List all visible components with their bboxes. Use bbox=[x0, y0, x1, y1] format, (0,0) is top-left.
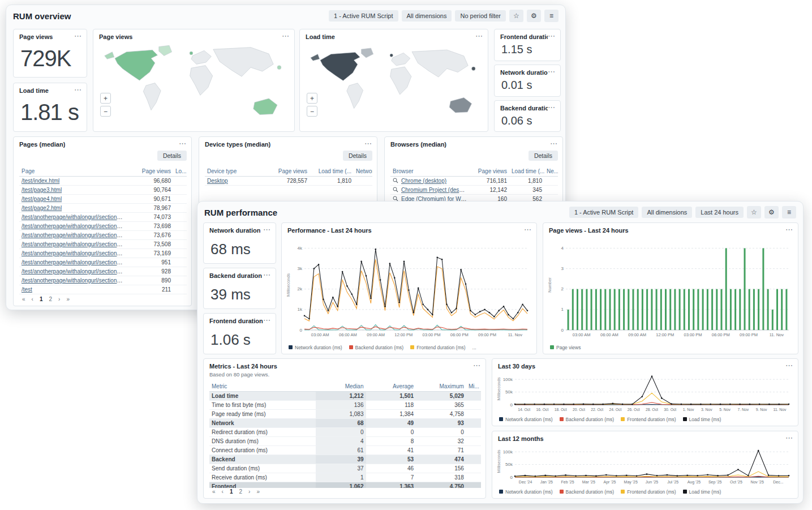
cell-link[interactable]: Desktop bbox=[207, 178, 228, 184]
ellipsis-menu-icon[interactable]: ⋯ bbox=[550, 141, 557, 147]
page-prev[interactable]: ‹ bbox=[219, 487, 226, 496]
page-views-bar-chart[interactable]: 0123403:00 AM06:00 AM09:00 AM12:00 PM03:… bbox=[545, 237, 794, 338]
legend-item[interactable]: Backend duration (ms) bbox=[560, 489, 615, 495]
legend-item[interactable]: Frontend duration (ms) bbox=[621, 417, 676, 422]
cell-link[interactable]: /test/anotherpage/withalongurl/section18… bbox=[22, 268, 128, 275]
map-region-uk[interactable] bbox=[190, 52, 193, 55]
page-first[interactable]: « bbox=[209, 487, 218, 496]
page-next[interactable]: › bbox=[55, 295, 63, 303]
cell-link[interactable]: /test/anotherpage/withalongurl/section18… bbox=[22, 232, 128, 238]
column-header[interactable]: Median bbox=[316, 382, 366, 392]
map-region-sa[interactable] bbox=[143, 83, 161, 110]
ellipsis-menu-icon[interactable]: ⋯ bbox=[548, 33, 555, 39]
column-header[interactable]: Maximum bbox=[416, 382, 466, 392]
column-header[interactable]: Page views bbox=[261, 166, 310, 177]
legend-item[interactable]: Network duration (ms) bbox=[499, 489, 553, 495]
star-icon[interactable]: ☆ bbox=[509, 10, 523, 22]
map-region-europe[interactable] bbox=[392, 53, 410, 65]
cell-link[interactable]: /test/index.html bbox=[22, 178, 59, 184]
hamburger-menu-icon[interactable]: ≡ bbox=[544, 10, 558, 22]
details-button[interactable]: Details bbox=[343, 151, 372, 161]
legend-item[interactable]: Load time (ms) bbox=[683, 489, 721, 495]
cell-link[interactable]: /test/page4.html bbox=[22, 196, 62, 202]
cell-link[interactable]: /test/anotherpage/withalongurl/section18… bbox=[22, 277, 128, 284]
ellipsis-menu-icon[interactable]: ⋯ bbox=[785, 227, 793, 233]
legend-more[interactable]: ... bbox=[472, 345, 476, 350]
map-region-alaska[interactable] bbox=[105, 52, 114, 59]
column-header[interactable]: Device type bbox=[205, 166, 261, 177]
filter-rum-script-button[interactable]: 1 - Active RUM Script bbox=[329, 10, 398, 22]
zoom-in-button[interactable]: + bbox=[100, 93, 111, 104]
ellipsis-menu-icon[interactable]: ⋯ bbox=[548, 69, 555, 75]
page-first[interactable]: « bbox=[19, 295, 28, 303]
world-map[interactable] bbox=[97, 42, 291, 128]
map-region-australia[interactable] bbox=[254, 98, 277, 115]
page-next[interactable]: › bbox=[246, 487, 253, 496]
page-last[interactable]: » bbox=[254, 487, 263, 496]
cell-link[interactable]: /test bbox=[22, 286, 32, 293]
column-header[interactable]: Average bbox=[366, 382, 416, 392]
performance-line-chart[interactable]: 01k2k3k4k03:00 AM06:00 AM09:00 AM12:00 P… bbox=[284, 237, 533, 338]
map-region-japan[interactable] bbox=[472, 67, 475, 70]
legend-item[interactable]: Page views bbox=[550, 345, 581, 350]
hamburger-menu-icon[interactable]: ≡ bbox=[782, 206, 796, 218]
zoom-in-button[interactable]: + bbox=[307, 93, 317, 104]
map-region-greenland[interactable] bbox=[361, 48, 373, 58]
last-30-days-line-chart[interactable]: 050k100k14. Oct16. Oct18. Oct20. Oct22. … bbox=[495, 370, 794, 413]
gear-icon[interactable]: ⚙ bbox=[527, 10, 541, 22]
legend-item[interactable]: Network duration (ms) bbox=[289, 345, 342, 350]
ellipsis-menu-icon[interactable]: ⋯ bbox=[473, 363, 480, 368]
ellipsis-menu-icon[interactable]: ⋯ bbox=[263, 227, 270, 233]
zoom-out-button[interactable]: − bbox=[307, 106, 317, 117]
ellipsis-menu-icon[interactable]: ⋯ bbox=[282, 33, 289, 39]
page-number[interactable]: 2 bbox=[236, 487, 245, 496]
world-map[interactable] bbox=[303, 42, 484, 128]
filter-dimensions-button[interactable]: All dimensions bbox=[402, 10, 452, 22]
ellipsis-menu-icon[interactable]: ⋯ bbox=[263, 318, 270, 323]
map-region-sa[interactable] bbox=[347, 83, 363, 109]
cell-link[interactable]: Chrome (desktop) bbox=[401, 178, 446, 184]
ellipsis-menu-icon[interactable]: ⋯ bbox=[74, 87, 81, 93]
ellipsis-menu-icon[interactable]: ⋯ bbox=[785, 363, 793, 368]
column-header[interactable]: Networ... bbox=[354, 166, 372, 177]
cell-link[interactable]: /test/anotherpage/withalongurl/section18… bbox=[22, 214, 128, 220]
column-header[interactable]: Lo... bbox=[173, 166, 187, 177]
legend-item[interactable]: Frontend duration (ms) bbox=[410, 345, 465, 350]
cell-link[interactable]: /test/anotherpage/withalongurl/section18… bbox=[22, 223, 128, 229]
cell-link[interactable]: /test/anotherpage/withalongurl/section18… bbox=[22, 250, 128, 256]
column-header[interactable]: Load time (... bbox=[509, 166, 544, 177]
filter-timeframe-button[interactable]: Last 24 hours bbox=[695, 207, 744, 218]
ellipsis-menu-icon[interactable]: ⋯ bbox=[475, 33, 483, 39]
map-region-na[interactable] bbox=[115, 50, 157, 80]
ellipsis-menu-icon[interactable]: ⋯ bbox=[785, 435, 793, 441]
magnifier-icon[interactable] bbox=[393, 187, 398, 192]
ellipsis-menu-icon[interactable]: ⋯ bbox=[74, 33, 81, 39]
legend-item[interactable]: Backend duration (ms) bbox=[560, 417, 615, 422]
map-region-asia[interactable] bbox=[213, 48, 273, 76]
map-region-greenland[interactable] bbox=[159, 45, 172, 55]
ellipsis-menu-icon[interactable]: ⋯ bbox=[548, 105, 555, 110]
filter-dimensions-button[interactable]: All dimensions bbox=[642, 207, 692, 218]
map-region-australia[interactable] bbox=[449, 97, 471, 113]
legend-item[interactable]: Backend duration (ms) bbox=[349, 345, 404, 350]
column-header[interactable]: Metric bbox=[209, 382, 316, 392]
ellipsis-menu-icon[interactable]: ⋯ bbox=[364, 141, 372, 147]
map-region-africa[interactable] bbox=[190, 66, 213, 96]
cell-link[interactable]: /test/anotherpage/withalongurl/section18… bbox=[22, 241, 128, 247]
map-region-alaska[interactable] bbox=[311, 54, 320, 61]
column-header[interactable]: Page views bbox=[128, 166, 173, 177]
column-header[interactable]: Ne... bbox=[544, 166, 558, 177]
page-number[interactable]: 2 bbox=[46, 295, 55, 303]
legend-item[interactable]: Frontend duration (ms) bbox=[621, 489, 676, 495]
map-region-asia[interactable] bbox=[412, 50, 468, 77]
column-header[interactable]: Load time (... bbox=[310, 166, 354, 177]
zoom-out-button[interactable]: − bbox=[100, 106, 111, 117]
map-region-uk[interactable] bbox=[390, 54, 393, 57]
star-icon[interactable]: ☆ bbox=[747, 206, 761, 218]
column-header[interactable]: Page views bbox=[470, 166, 509, 177]
last-12-months-line-chart[interactable]: 050k100kDec '24Jan '25Feb '25Mar '25Apr … bbox=[495, 442, 794, 485]
map-region-europe[interactable] bbox=[191, 50, 211, 64]
page-number[interactable]: 1 bbox=[37, 295, 46, 303]
page-number[interactable]: 1 bbox=[227, 487, 236, 496]
map-region-africa[interactable] bbox=[390, 67, 411, 95]
